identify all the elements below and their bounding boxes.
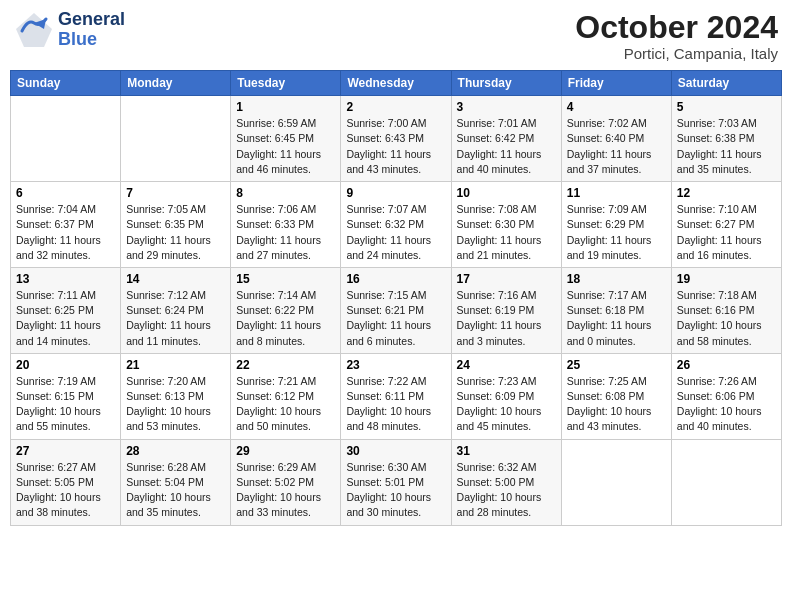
- day-number: 7: [126, 186, 225, 200]
- calendar-cell: 10Sunrise: 7:08 AMSunset: 6:30 PMDayligh…: [451, 182, 561, 268]
- calendar-cell: 24Sunrise: 7:23 AMSunset: 6:09 PMDayligh…: [451, 353, 561, 439]
- day-number: 2: [346, 100, 445, 114]
- day-info: Sunrise: 7:03 AMSunset: 6:38 PMDaylight:…: [677, 116, 776, 177]
- day-info: Sunrise: 7:02 AMSunset: 6:40 PMDaylight:…: [567, 116, 666, 177]
- day-number: 10: [457, 186, 556, 200]
- day-number: 6: [16, 186, 115, 200]
- day-info: Sunrise: 6:59 AMSunset: 6:45 PMDaylight:…: [236, 116, 335, 177]
- day-number: 15: [236, 272, 335, 286]
- day-number: 11: [567, 186, 666, 200]
- calendar-cell: [671, 439, 781, 525]
- calendar-cell: 15Sunrise: 7:14 AMSunset: 6:22 PMDayligh…: [231, 267, 341, 353]
- day-info: Sunrise: 7:18 AMSunset: 6:16 PMDaylight:…: [677, 288, 776, 349]
- calendar-cell: 19Sunrise: 7:18 AMSunset: 6:16 PMDayligh…: [671, 267, 781, 353]
- calendar-cell: 11Sunrise: 7:09 AMSunset: 6:29 PMDayligh…: [561, 182, 671, 268]
- logo: General Blue: [14, 10, 125, 50]
- day-info: Sunrise: 7:04 AMSunset: 6:37 PMDaylight:…: [16, 202, 115, 263]
- day-info: Sunrise: 7:17 AMSunset: 6:18 PMDaylight:…: [567, 288, 666, 349]
- day-number: 23: [346, 358, 445, 372]
- calendar-header-row: SundayMondayTuesdayWednesdayThursdayFrid…: [11, 71, 782, 96]
- calendar-cell: 26Sunrise: 7:26 AMSunset: 6:06 PMDayligh…: [671, 353, 781, 439]
- calendar-cell: 21Sunrise: 7:20 AMSunset: 6:13 PMDayligh…: [121, 353, 231, 439]
- calendar-cell: 22Sunrise: 7:21 AMSunset: 6:12 PMDayligh…: [231, 353, 341, 439]
- day-info: Sunrise: 7:11 AMSunset: 6:25 PMDaylight:…: [16, 288, 115, 349]
- calendar-cell: 31Sunrise: 6:32 AMSunset: 5:00 PMDayligh…: [451, 439, 561, 525]
- title-block: October 2024 Portici, Campania, Italy: [575, 10, 778, 62]
- day-info: Sunrise: 7:14 AMSunset: 6:22 PMDaylight:…: [236, 288, 335, 349]
- calendar-cell: 3Sunrise: 7:01 AMSunset: 6:42 PMDaylight…: [451, 96, 561, 182]
- day-number: 28: [126, 444, 225, 458]
- logo-general: General: [58, 10, 125, 30]
- day-header-thursday: Thursday: [451, 71, 561, 96]
- day-number: 20: [16, 358, 115, 372]
- day-info: Sunrise: 7:10 AMSunset: 6:27 PMDaylight:…: [677, 202, 776, 263]
- calendar-cell: 23Sunrise: 7:22 AMSunset: 6:11 PMDayligh…: [341, 353, 451, 439]
- day-number: 8: [236, 186, 335, 200]
- day-info: Sunrise: 7:09 AMSunset: 6:29 PMDaylight:…: [567, 202, 666, 263]
- day-number: 5: [677, 100, 776, 114]
- calendar-cell: [11, 96, 121, 182]
- day-number: 4: [567, 100, 666, 114]
- calendar-cell: 13Sunrise: 7:11 AMSunset: 6:25 PMDayligh…: [11, 267, 121, 353]
- day-info: Sunrise: 7:01 AMSunset: 6:42 PMDaylight:…: [457, 116, 556, 177]
- day-info: Sunrise: 7:16 AMSunset: 6:19 PMDaylight:…: [457, 288, 556, 349]
- calendar-cell: 20Sunrise: 7:19 AMSunset: 6:15 PMDayligh…: [11, 353, 121, 439]
- calendar-week-1: 1Sunrise: 6:59 AMSunset: 6:45 PMDaylight…: [11, 96, 782, 182]
- day-info: Sunrise: 6:30 AMSunset: 5:01 PMDaylight:…: [346, 460, 445, 521]
- calendar-week-2: 6Sunrise: 7:04 AMSunset: 6:37 PMDaylight…: [11, 182, 782, 268]
- calendar-cell: 14Sunrise: 7:12 AMSunset: 6:24 PMDayligh…: [121, 267, 231, 353]
- calendar-cell: 2Sunrise: 7:00 AMSunset: 6:43 PMDaylight…: [341, 96, 451, 182]
- calendar-cell: 27Sunrise: 6:27 AMSunset: 5:05 PMDayligh…: [11, 439, 121, 525]
- day-info: Sunrise: 7:05 AMSunset: 6:35 PMDaylight:…: [126, 202, 225, 263]
- day-number: 3: [457, 100, 556, 114]
- day-number: 12: [677, 186, 776, 200]
- day-number: 31: [457, 444, 556, 458]
- day-header-wednesday: Wednesday: [341, 71, 451, 96]
- day-number: 25: [567, 358, 666, 372]
- calendar-cell: 6Sunrise: 7:04 AMSunset: 6:37 PMDaylight…: [11, 182, 121, 268]
- day-number: 21: [126, 358, 225, 372]
- day-number: 26: [677, 358, 776, 372]
- day-info: Sunrise: 6:28 AMSunset: 5:04 PMDaylight:…: [126, 460, 225, 521]
- calendar-week-4: 20Sunrise: 7:19 AMSunset: 6:15 PMDayligh…: [11, 353, 782, 439]
- day-number: 9: [346, 186, 445, 200]
- month-title: October 2024: [575, 10, 778, 45]
- calendar-cell: 30Sunrise: 6:30 AMSunset: 5:01 PMDayligh…: [341, 439, 451, 525]
- day-header-tuesday: Tuesday: [231, 71, 341, 96]
- calendar-cell: 9Sunrise: 7:07 AMSunset: 6:32 PMDaylight…: [341, 182, 451, 268]
- calendar-cell: 1Sunrise: 6:59 AMSunset: 6:45 PMDaylight…: [231, 96, 341, 182]
- day-info: Sunrise: 7:22 AMSunset: 6:11 PMDaylight:…: [346, 374, 445, 435]
- calendar-cell: 12Sunrise: 7:10 AMSunset: 6:27 PMDayligh…: [671, 182, 781, 268]
- day-info: Sunrise: 7:06 AMSunset: 6:33 PMDaylight:…: [236, 202, 335, 263]
- day-number: 17: [457, 272, 556, 286]
- page-header: General Blue October 2024 Portici, Campa…: [10, 10, 782, 62]
- calendar-cell: 18Sunrise: 7:17 AMSunset: 6:18 PMDayligh…: [561, 267, 671, 353]
- calendar-cell: 29Sunrise: 6:29 AMSunset: 5:02 PMDayligh…: [231, 439, 341, 525]
- calendar-week-3: 13Sunrise: 7:11 AMSunset: 6:25 PMDayligh…: [11, 267, 782, 353]
- calendar-cell: 28Sunrise: 6:28 AMSunset: 5:04 PMDayligh…: [121, 439, 231, 525]
- logo-blue: Blue: [58, 29, 97, 49]
- day-info: Sunrise: 7:00 AMSunset: 6:43 PMDaylight:…: [346, 116, 445, 177]
- calendar-cell: 17Sunrise: 7:16 AMSunset: 6:19 PMDayligh…: [451, 267, 561, 353]
- day-number: 18: [567, 272, 666, 286]
- day-number: 24: [457, 358, 556, 372]
- calendar-cell: 25Sunrise: 7:25 AMSunset: 6:08 PMDayligh…: [561, 353, 671, 439]
- day-number: 29: [236, 444, 335, 458]
- day-header-monday: Monday: [121, 71, 231, 96]
- day-number: 14: [126, 272, 225, 286]
- day-number: 1: [236, 100, 335, 114]
- day-number: 30: [346, 444, 445, 458]
- calendar-week-5: 27Sunrise: 6:27 AMSunset: 5:05 PMDayligh…: [11, 439, 782, 525]
- calendar-cell: 5Sunrise: 7:03 AMSunset: 6:38 PMDaylight…: [671, 96, 781, 182]
- calendar-cell: [121, 96, 231, 182]
- calendar-cell: 7Sunrise: 7:05 AMSunset: 6:35 PMDaylight…: [121, 182, 231, 268]
- location: Portici, Campania, Italy: [575, 45, 778, 62]
- day-number: 16: [346, 272, 445, 286]
- calendar-cell: 4Sunrise: 7:02 AMSunset: 6:40 PMDaylight…: [561, 96, 671, 182]
- day-number: 22: [236, 358, 335, 372]
- day-info: Sunrise: 7:15 AMSunset: 6:21 PMDaylight:…: [346, 288, 445, 349]
- day-info: Sunrise: 6:32 AMSunset: 5:00 PMDaylight:…: [457, 460, 556, 521]
- logo-text: General Blue: [58, 10, 125, 50]
- day-info: Sunrise: 6:29 AMSunset: 5:02 PMDaylight:…: [236, 460, 335, 521]
- day-header-sunday: Sunday: [11, 71, 121, 96]
